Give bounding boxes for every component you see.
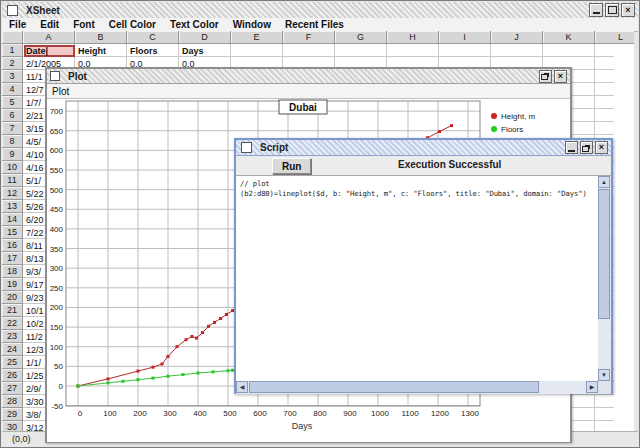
row-header-9[interactable]: 9: [2, 148, 23, 161]
column-header-G[interactable]: G: [335, 31, 387, 44]
cell-A1[interactable]: Date|: [24, 45, 75, 57]
data-point: [438, 130, 441, 133]
close-button[interactable]: ×: [621, 3, 635, 17]
row-header-8[interactable]: 8: [2, 135, 23, 148]
y-tick-label: 0: [59, 382, 64, 391]
x-tick-label: 1100: [401, 409, 419, 418]
menu-recent-files[interactable]: Recent Files: [278, 19, 351, 30]
close-icon: ×: [599, 143, 604, 152]
x-axis-label: Days: [292, 421, 313, 431]
script-restore-button[interactable]: [580, 141, 593, 154]
scroll-right-button[interactable]: ▶: [586, 381, 598, 393]
x-tick-label: 700: [283, 409, 297, 418]
column-header-L[interactable]: L: [595, 31, 634, 44]
cell-B1[interactable]: Height: [76, 45, 127, 57]
row-header-7[interactable]: 7: [2, 122, 23, 135]
column-header-H[interactable]: H: [387, 31, 439, 44]
script-editor[interactable]: // plot (b2:d80)=lineplot($d, b: "Height…: [236, 176, 611, 394]
row-header-19[interactable]: 19: [2, 278, 23, 291]
column-header-F[interactable]: F: [283, 31, 335, 44]
data-point: [195, 337, 198, 340]
row-header-17[interactable]: 17: [2, 252, 23, 265]
column-header-E[interactable]: E: [231, 31, 283, 44]
row-header-20[interactable]: 20: [2, 291, 23, 304]
menu-file[interactable]: File: [2, 19, 33, 30]
column-header-J[interactable]: J: [491, 31, 543, 44]
plot-menu-bar: Plot: [47, 84, 570, 99]
column-header-A[interactable]: A: [23, 31, 75, 44]
y-tick-label: 400: [50, 225, 64, 234]
y-tick-label: 450: [50, 205, 64, 214]
legend-dot-1: [491, 113, 497, 119]
row-header-25[interactable]: 25: [2, 356, 23, 369]
vertical-scroll-thumb[interactable]: [598, 189, 610, 319]
plot-close-button[interactable]: ×: [554, 70, 567, 83]
scrollbar-corner: [598, 381, 611, 394]
script-window[interactable]: Script × Run Execution Successful // plo…: [234, 138, 613, 394]
menu-font[interactable]: Font: [66, 19, 102, 30]
row-header-13[interactable]: 13: [2, 200, 23, 213]
menu-text-color[interactable]: Text Color: [163, 19, 226, 30]
row-header-27[interactable]: 27: [2, 382, 23, 395]
row-header-15[interactable]: 15: [2, 226, 23, 239]
row-header-21[interactable]: 21: [2, 304, 23, 317]
menu-plot[interactable]: Plot: [47, 86, 74, 97]
row-header-10[interactable]: 10: [2, 161, 23, 174]
data-point: [207, 325, 210, 328]
app-title: XSheet: [23, 5, 63, 16]
script-title-bar[interactable]: Script ×: [236, 140, 611, 156]
x-tick-label: 600: [253, 409, 267, 418]
cell-C1[interactable]: Floors: [128, 45, 179, 57]
row-header-6[interactable]: 6: [2, 109, 23, 122]
cell-D1[interactable]: Days: [180, 45, 231, 57]
x-tick-label: 0: [78, 409, 83, 418]
horizontal-scroll-thumb[interactable]: [249, 381, 539, 393]
script-close-button[interactable]: ×: [595, 141, 608, 154]
row-header-18[interactable]: 18: [2, 265, 23, 278]
horizontal-scrollbar[interactable]: ◀ ▶: [236, 381, 598, 394]
row-header-1[interactable]: 1: [2, 44, 23, 57]
menu-edit[interactable]: Edit: [33, 19, 66, 30]
row-header-16[interactable]: 16: [2, 239, 23, 252]
row-header-12[interactable]: 12: [2, 187, 23, 200]
scroll-up-button[interactable]: ▲: [598, 176, 610, 188]
plot-restore-button[interactable]: [539, 70, 552, 83]
run-button[interactable]: Run: [272, 158, 311, 174]
column-header-B[interactable]: B: [75, 31, 127, 44]
plot-title-bar[interactable]: Plot ×: [47, 69, 570, 84]
row-header-11[interactable]: 11: [2, 174, 23, 187]
row-header-2[interactable]: 2: [2, 57, 23, 70]
row-header-4[interactable]: 4: [2, 83, 23, 96]
y-tick-label: 100: [50, 343, 64, 352]
data-point: [152, 377, 155, 380]
script-window-buttons: ×: [563, 141, 608, 154]
row-header-24[interactable]: 24: [2, 343, 23, 356]
column-header-C[interactable]: C: [127, 31, 179, 44]
row-header-28[interactable]: 28: [2, 395, 23, 408]
scroll-down-button[interactable]: ▼: [598, 369, 610, 381]
y-tick-label: 500: [50, 186, 64, 195]
data-point: [219, 317, 222, 320]
maximize-button[interactable]: [605, 3, 619, 17]
column-header-D[interactable]: D: [179, 31, 231, 44]
data-point: [185, 338, 188, 341]
minimize-button[interactable]: [589, 3, 603, 17]
row-header-14[interactable]: 14: [2, 213, 23, 226]
row-header-29[interactable]: 29: [2, 408, 23, 421]
row-header-5[interactable]: 5: [2, 96, 23, 109]
data-point: [227, 369, 230, 372]
data-point: [176, 345, 179, 348]
row-header-3[interactable]: 3: [2, 70, 23, 83]
column-header-I[interactable]: I: [439, 31, 491, 44]
vertical-scrollbar[interactable]: ▲ ▼: [598, 176, 611, 381]
script-minimize-button[interactable]: [565, 141, 578, 154]
menu-cell-color[interactable]: Cell Color: [102, 19, 163, 30]
row-header-23[interactable]: 23: [2, 330, 23, 343]
menu-window[interactable]: Window: [226, 19, 278, 30]
row-header-26[interactable]: 26: [2, 369, 23, 382]
data-point: [450, 124, 453, 127]
column-header-K[interactable]: K: [543, 31, 595, 44]
main-title-bar[interactable]: XSheet ×: [2, 2, 638, 19]
scroll-left-button[interactable]: ◀: [236, 381, 248, 393]
row-header-22[interactable]: 22: [2, 317, 23, 330]
